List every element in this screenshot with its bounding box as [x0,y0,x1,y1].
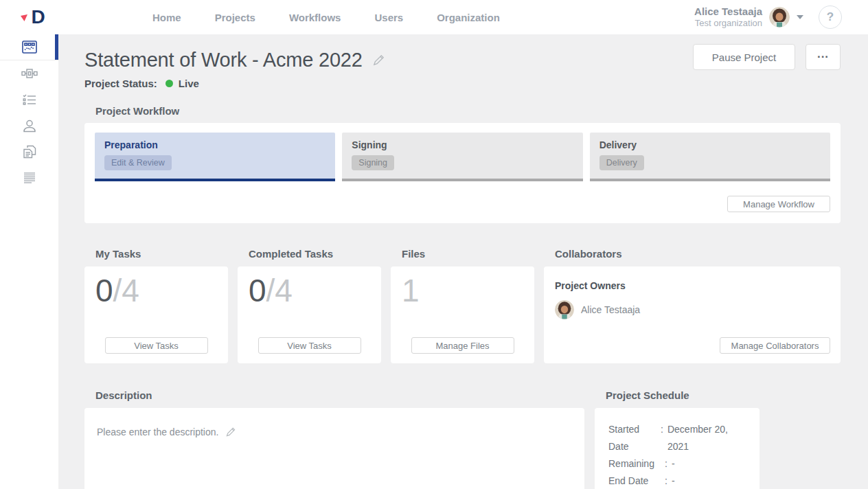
sidebar-item-workflows[interactable] [0,60,58,87]
task-list-icon [23,94,36,106]
description-placeholder: Please enter the description. [97,427,218,437]
edit-description-icon[interactable] [225,427,236,437]
sidebar-item-activity-log[interactable] [0,165,58,191]
user-avatar[interactable] [769,7,790,27]
stage-name: Preparation [104,139,326,150]
description-card: Please enter the description. [84,408,584,489]
files-label: Files [391,248,534,260]
top-navbar: D Home Projects Workflows Users Organiza… [0,0,868,34]
my-tasks-count: 0/4 [84,266,228,306]
title-row: Statement of Work - Acme 2022 Pause Proj… [84,44,841,71]
user-menu[interactable]: Alice Testaaja Test organization [694,5,762,30]
files-card: 1 Manage Files [391,266,534,363]
stage-name: Delivery [599,139,821,150]
project-schedule-label: Project Schedule [595,389,760,401]
schedule-row-started: Started Date : December 20, 2021 [608,421,746,455]
manage-collaborators-button[interactable]: Manage Collaborators [720,337,830,354]
stage-step-chip[interactable]: Edit & Review [104,155,172,170]
my-tasks-card: 0/4 View Tasks [84,266,228,363]
status-live-dot [165,80,173,87]
stage-delivery[interactable]: Delivery Delivery [590,133,830,181]
view-tasks-button[interactable]: View Tasks [105,337,208,354]
completed-tasks-column: Completed Tasks 0/4 View Tasks [238,248,381,363]
collaborators-card: Project Owners [544,266,841,363]
manage-workflow-button[interactable]: Manage Workflow [727,196,830,212]
my-tasks-label: My Tasks [84,248,228,260]
stage-signing[interactable]: Signing Signing [342,133,582,181]
left-sidebar [0,34,58,489]
sidebar-item-tasks[interactable] [0,87,58,113]
main-content: Statement of Work - Acme 2022 Pause Proj… [58,34,868,489]
main-nav: Home Projects Workflows Users Organizati… [152,12,500,23]
user-icon [23,120,36,133]
my-tasks-column: My Tasks 0/4 View Tasks [84,248,228,363]
project-status-label: Project Status: [84,78,157,89]
project-status-row: Project Status: Live [84,78,841,89]
chevron-down-icon[interactable] [797,15,803,19]
schedule-row-remaining: Remaining : - [608,455,746,473]
title-actions: Pause Project ... [693,44,841,70]
schedule-column: Project Schedule Started Date : December… [595,389,760,489]
view-completed-tasks-button[interactable]: View Tasks [258,337,361,354]
stage-name: Signing [352,139,573,150]
project-status-value: Live [179,78,199,89]
brand-logo[interactable]: D [0,6,76,28]
nav-item-projects[interactable]: Projects [215,12,255,23]
app-window: D Home Projects Workflows Users Organiza… [0,0,868,489]
collaborators-label: Collaborators [544,248,841,260]
project-owners-label: Project Owners [555,280,830,291]
more-options-button[interactable]: ... [806,44,841,70]
workflow-card: Preparation Edit & Review Signing Signin… [84,123,841,223]
owner-avatar [555,300,574,319]
documents-icon [23,145,36,159]
nav-item-workflows[interactable]: Workflows [289,12,341,23]
completed-tasks-card: 0/4 View Tasks [238,266,381,363]
logo-red-triangle [21,14,27,21]
files-count: 1 [391,266,534,306]
completed-tasks-count: 0/4 [238,266,381,306]
avatar-image [555,300,574,319]
activity-log-icon [23,172,36,183]
files-column: Files 1 Manage Files [391,248,534,363]
completed-tasks-label: Completed Tasks [238,248,381,260]
description-column: Description Please enter the description… [84,389,584,489]
manage-files-button[interactable]: Manage Files [411,337,514,354]
stage-step-chip[interactable]: Delivery [599,155,644,170]
workflow-stages: Preparation Edit & Review Signing Signin… [95,133,830,181]
user-name: Alice Testaaja [694,5,762,19]
project-overview-icon [22,41,37,54]
workflow-icon [21,68,38,79]
sidebar-item-documents[interactable] [0,139,58,165]
nav-item-organization[interactable]: Organization [437,12,500,23]
avatar-image [769,7,790,27]
stage-preparation[interactable]: Preparation Edit & Review [95,133,335,181]
logo-letter: D [31,6,44,28]
owner-row: Alice Testaaja [555,300,830,319]
sidebar-item-users[interactable] [0,113,58,139]
nav-item-users[interactable]: Users [374,12,403,23]
schedule-row-end: End Date : - [608,473,746,489]
summary-cards-row: My Tasks 0/4 View Tasks Completed Tasks … [84,248,841,363]
stage-step-chip[interactable]: Signing [352,155,394,170]
nav-item-home[interactable]: Home [152,12,181,23]
sidebar-item-project-overview[interactable] [0,34,58,60]
help-button[interactable]: ? [819,5,842,29]
description-label: Description [84,389,584,401]
header-user-area: Alice Testaaja Test organization ? [694,5,842,30]
edit-title-icon[interactable] [372,54,385,67]
bottom-row: Description Please enter the description… [84,389,841,489]
owner-name: Alice Testaaja [581,304,640,315]
page-title: Statement of Work - Acme 2022 [84,49,363,71]
workflow-section-label: Project Workflow [84,105,841,117]
project-schedule-card: Started Date : December 20, 2021 Remaini… [595,408,760,489]
pause-project-button[interactable]: Pause Project [693,44,795,70]
user-organization: Test organization [694,18,762,29]
collaborators-column: Collaborators Project Owners [544,248,841,363]
